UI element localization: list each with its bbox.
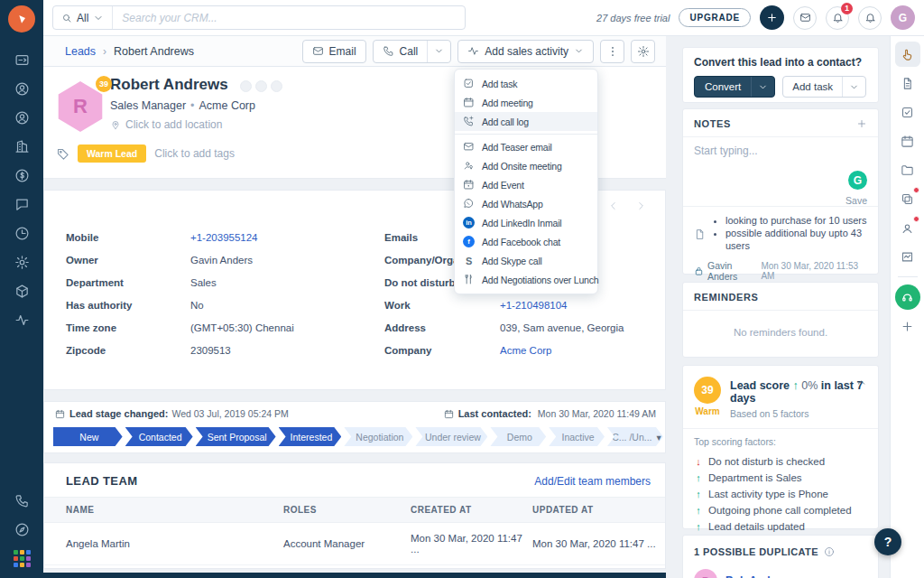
stage-closed[interactable]: C... /Un...▾ — [607, 427, 663, 446]
explore-icon[interactable] — [7, 515, 36, 544]
notes-panel-icon[interactable] — [895, 70, 920, 96]
add-sales-activity-button[interactable]: Add sales activity — [457, 40, 594, 63]
add-task-button[interactable]: Add task — [783, 77, 842, 97]
convert-options-caret[interactable] — [751, 77, 774, 97]
note-item[interactable]: looking to purchase for 10 users possibl… — [683, 206, 878, 257]
gestures-panel-icon[interactable] — [895, 244, 920, 269]
prev-record-button[interactable] — [607, 200, 620, 212]
leads-icon[interactable] — [7, 45, 36, 74]
convert-button[interactable]: Convert — [695, 77, 751, 97]
apps-switcher-icon[interactable] — [7, 544, 36, 573]
participants-panel-icon[interactable] — [895, 215, 920, 240]
meetings-panel-icon[interactable] — [895, 128, 920, 154]
meeting-icon — [462, 96, 476, 109]
add-location-field[interactable]: Click to add location — [110, 118, 222, 131]
notifications-button[interactable] — [858, 6, 882, 30]
collapse-score-button[interactable] — [855, 377, 867, 388]
menu-item-add-meeting[interactable]: Add meeting — [455, 93, 597, 112]
work-phone-link[interactable]: +1-210498104 — [500, 300, 651, 311]
call-options-caret[interactable] — [427, 41, 450, 62]
rail-divider — [898, 276, 918, 277]
stage-more-caret[interactable]: ▾ — [657, 432, 661, 443]
stage-changed-label: Lead stage changed: — [69, 408, 168, 419]
stage-demo[interactable]: Demo — [490, 427, 546, 446]
menu-item-add-facebook-chat[interactable]: fAdd Facebook chat — [455, 232, 597, 251]
duplicate-name-link[interactable]: Bob Andrews — [725, 574, 795, 578]
files-panel-icon[interactable] — [895, 157, 920, 182]
customers-icon[interactable] — [7, 103, 36, 132]
more-actions-button[interactable] — [600, 40, 624, 63]
stage-under-review[interactable]: Under review — [415, 427, 487, 446]
stage-negotiation[interactable]: Negotiation — [344, 427, 412, 446]
stage-sent-proposal[interactable]: Sent Proposal — [196, 427, 276, 446]
email-button[interactable]: Email — [302, 40, 366, 63]
menu-item-add-linkedin-inmail[interactable]: inAdd LinkedIn Inmail — [455, 213, 597, 232]
search-input[interactable] — [113, 12, 465, 24]
mobile-link[interactable]: +1-203955124 — [190, 232, 384, 243]
upgrade-button[interactable]: UPGRADE — [679, 8, 751, 27]
info-icon[interactable] — [824, 546, 835, 557]
warm-lead-tag[interactable]: Warm Lead — [78, 144, 146, 163]
factors-title: Top scoring factors: — [694, 436, 867, 447]
support-icon[interactable] — [895, 284, 920, 310]
phone-icon[interactable] — [7, 486, 36, 515]
phone-icon — [383, 45, 394, 57]
facebook-icon[interactable] — [240, 80, 252, 92]
products-icon[interactable] — [7, 276, 36, 305]
email-inbox-button[interactable] — [793, 6, 817, 30]
menu-item-add-event[interactable]: Add Event — [455, 175, 597, 194]
menu-item-add-whatsapp[interactable]: Add WhatsApp — [455, 194, 597, 213]
edit-team-members-link[interactable]: Add/Edit team members — [534, 475, 651, 488]
sales-activities-panel-icon[interactable] — [895, 42, 920, 67]
convert-split-button: Convert — [694, 76, 775, 98]
add-tags-field[interactable]: Click to add tags — [154, 147, 235, 160]
menu-item-add-onsite-meeting[interactable]: Add Onsite meeting — [455, 156, 597, 175]
add-note-button[interactable] — [856, 118, 867, 129]
reports-icon[interactable] — [7, 219, 36, 247]
conversations-icon[interactable] — [7, 190, 36, 219]
stage-interested[interactable]: Interested — [279, 427, 342, 446]
menu-item-add-skype-call[interactable]: SAdd Skype call — [455, 251, 597, 270]
page-settings-button[interactable] — [631, 40, 655, 63]
call-button[interactable]: Call — [374, 41, 428, 62]
menu-item-add-teaser-email[interactable]: Add Teaser email — [455, 137, 597, 156]
menu-item-add-negotiations-over-lunch[interactable]: Add Negotiations over Lunch — [455, 270, 597, 289]
freshworks-logo-icon[interactable] — [8, 5, 35, 33]
add-task-options-caret[interactable] — [842, 77, 865, 97]
lead-role: Sales Manager — [110, 99, 186, 112]
accounts-icon[interactable] — [7, 132, 36, 161]
convert-card: Convert this lead into a contact? Conver… — [682, 47, 879, 103]
stage-new[interactable]: New — [53, 427, 123, 446]
notification-badge: 1 — [841, 3, 853, 14]
stage-contacted[interactable]: Contacted — [125, 427, 193, 446]
next-record-button[interactable] — [634, 200, 647, 212]
table-row[interactable]: Angela Martin Account Manager Mon 30 Mar… — [44, 523, 665, 565]
linkedin-icon[interactable] — [271, 80, 282, 92]
tasks-panel-icon[interactable] — [895, 99, 920, 125]
search-scope-dropdown[interactable]: All — [53, 6, 113, 29]
breadcrumb-leads-link[interactable]: Leads — [65, 45, 96, 58]
sales-activities-icon[interactable] — [7, 305, 36, 334]
grammarly-icon[interactable]: G — [848, 171, 867, 190]
quick-add-button[interactable] — [760, 5, 784, 30]
whatsapp-icon — [462, 197, 476, 210]
conversations-panel-icon[interactable] — [895, 186, 920, 211]
deals-icon[interactable] — [7, 161, 36, 190]
company-link[interactable]: Acme Corp — [500, 345, 651, 356]
settings-icon[interactable] — [7, 247, 36, 276]
alerts-button[interactable]: 1 — [826, 6, 849, 30]
stage-inactive[interactable]: Inactive — [549, 427, 605, 446]
contacts-icon[interactable] — [7, 74, 36, 103]
skype-icon: S — [462, 256, 476, 266]
event-icon — [462, 178, 476, 191]
add-panel-icon[interactable] — [895, 313, 920, 339]
menu-item-add-task[interactable]: Add task — [455, 74, 597, 93]
twitter-icon[interactable] — [255, 80, 267, 92]
help-button[interactable]: ? — [874, 528, 901, 555]
reminders-card: REMINDERS No reminders found. — [682, 282, 879, 358]
note-input[interactable] — [694, 144, 867, 199]
menu-item-add-call-log[interactable]: Add call log — [455, 112, 597, 131]
envelope-icon — [312, 45, 324, 57]
user-avatar[interactable]: G — [891, 5, 915, 30]
save-note-button[interactable]: Save — [845, 195, 867, 206]
